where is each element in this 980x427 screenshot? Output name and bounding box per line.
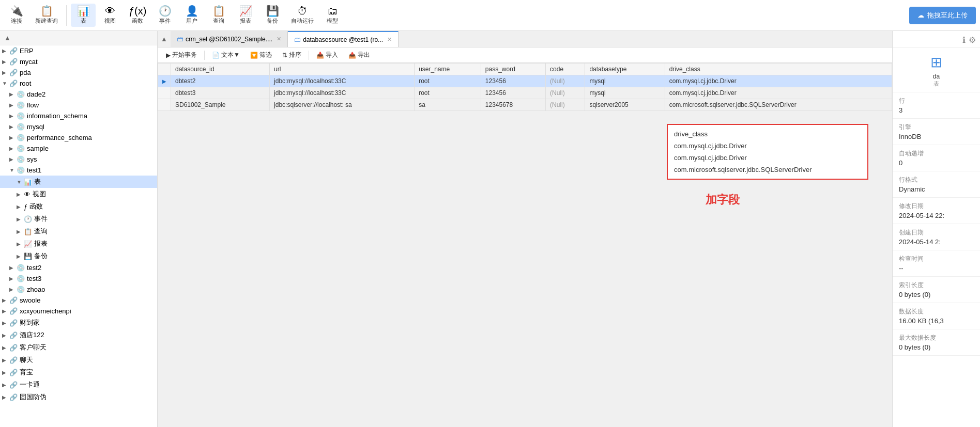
sidebar-item-test3[interactable]: ▶💿test3 [0, 273, 157, 284]
query-button[interactable]: 📋 查询 [206, 4, 231, 27]
sidebar-item-liaotian[interactable]: ▶🔗聊天 [0, 354, 157, 366]
sidebar-item-yubao[interactable]: ▶🔗育宝 [0, 366, 157, 378]
cell-user_name-2[interactable]: sa [415, 99, 481, 111]
sidebar-item-jiudian[interactable]: ▶🔗酒店122 [0, 329, 157, 341]
cell-pass_word-2[interactable]: 12345678 [481, 99, 545, 111]
sidebar-item-zhoao[interactable]: ▶💿zhoao [0, 284, 157, 295]
col-code[interactable]: code [546, 64, 585, 75]
cell-drive_class-0[interactable]: com.mysql.cj.jdbc.Driver [665, 75, 892, 87]
report-button[interactable]: 📈 报表 [233, 4, 258, 27]
new-query-button[interactable]: 📋 新建查询 [31, 4, 62, 27]
sidebar-item-test1[interactable]: ▼💿test1 [0, 165, 157, 176]
import-button[interactable]: 📥 导入 [312, 50, 342, 60]
filter-button[interactable]: 🔽 筛选 [246, 50, 276, 60]
yikatong-label: 一卡通 [20, 380, 40, 389]
sidebar-item-test2[interactable]: ▶💿test2 [0, 262, 157, 273]
cell-user_name-0[interactable]: root [415, 75, 481, 87]
cell-datasource_id-2[interactable]: SD61002_Sample [171, 99, 270, 111]
cell-url-0[interactable]: jdbc:mysql://localhost:33C [270, 75, 415, 87]
cell-databasetype-1[interactable]: mysql [585, 87, 665, 99]
sidebar-item-functions[interactable]: ▶ƒ函数 [0, 200, 157, 213]
sidebar-item-backups[interactable]: ▶💾备份 [0, 250, 157, 262]
tab-1[interactable]: 🗃 crm_sel @SD61002_Sample.... ✕ [171, 31, 288, 48]
sidebar-item-views[interactable]: ▶👁视图 [0, 188, 157, 200]
rows-label: 行 [899, 97, 974, 105]
table-button[interactable]: 📊 表 [71, 4, 96, 27]
col-user-name[interactable]: user_name [415, 64, 481, 75]
cell-datasource_id-1[interactable]: dbtest3 [171, 87, 270, 99]
sidebar-item-sys[interactable]: ▶💿sys [0, 154, 157, 165]
table-row[interactable]: ▶dbtest2jdbc:mysql://localhost:33Croot12… [158, 75, 892, 87]
cell-drive_class-2[interactable]: com.microsoft.sqlserver.jdbc.SQLServerDr… [665, 99, 892, 111]
tab2-close[interactable]: ✕ [387, 36, 392, 43]
connect-button[interactable]: 🔌 连接 [4, 4, 29, 27]
sidebar-item-tables[interactable]: ▼📊表 [0, 176, 157, 188]
cell-drive_class-1[interactable]: com.mysql.cj.jdbc.Driver [665, 87, 892, 99]
cell-code-1[interactable]: (Null) [546, 87, 585, 99]
sidebar-item-guofangyou[interactable]: ▶🔗固国防伪 [0, 391, 157, 403]
tab1-icon: 🗃 [177, 35, 183, 43]
sidebar-item-caijia[interactable]: ▶🔗财到家 [0, 317, 157, 329]
sidebar-item-dade2[interactable]: ▶💿dade2 [0, 89, 157, 100]
information_schema-icon: 💿 [17, 112, 25, 120]
sidebar-item-swoole[interactable]: ▶🔗swoole [0, 295, 157, 306]
text-button[interactable]: 📄 文本▼ [208, 50, 244, 60]
sidebar-item-mycat[interactable]: ▶🔗mycat [0, 56, 157, 67]
col-drive-class[interactable]: drive_class [665, 64, 892, 75]
sidebar-item-erp[interactable]: ▶🔗ERP [0, 45, 157, 56]
sidebar-item-kehu[interactable]: ▶🔗客户聊天 [0, 341, 157, 354]
table-row[interactable]: dbtest3jdbc:mysql://localhost:33Croot123… [158, 87, 892, 99]
sidebar-item-xcxyoumeichenpi[interactable]: ▶🔗xcxyoumeichenpi [0, 306, 157, 317]
backup-button[interactable]: 💾 备份 [260, 4, 285, 27]
tab-arrow-left[interactable]: ▲ [158, 35, 171, 43]
start-event-button[interactable]: ▶ 开始事务 [162, 50, 201, 60]
cell-pass_word-0[interactable]: 123456 [481, 75, 545, 87]
cell-url-1[interactable]: jdbc:mysql://localhost:33C [270, 87, 415, 99]
sidebar-item-performance_schema[interactable]: ▶💿performance_schema [0, 132, 157, 143]
sidebar-item-mysql[interactable]: ▶💿mysql [0, 121, 157, 132]
cell-datasource_id-0[interactable]: dbtest2 [171, 75, 270, 87]
function-button[interactable]: ƒ(x) 函数 [125, 4, 150, 27]
overlay-panel: drive_classcom.mysql.cj.jdbc.Drivercom.m… [667, 124, 868, 180]
right-panel-settings-icon[interactable]: ⚙ [969, 35, 976, 45]
event-button[interactable]: 🕐 事件 [152, 4, 177, 27]
sidebar-item-information_schema[interactable]: ▶💿information_schema [0, 110, 157, 121]
cell-databasetype-2[interactable]: sqlserver2005 [585, 99, 665, 111]
view-button[interactable]: 👁 视图 [98, 4, 122, 27]
cell-code-0[interactable]: (Null) [546, 75, 585, 87]
query-icon: 📋 [212, 6, 225, 16]
cell-user_name-1[interactable]: root [415, 87, 481, 99]
right-created-section: 创建日期 2024-05-14 2: [893, 224, 980, 250]
sidebar-scroll[interactable]: ▶🔗ERP▶🔗mycat▶🔗pda▼🔗root▶💿dade2▶💿flow▶💿in… [0, 45, 157, 427]
cell-databasetype-0[interactable]: mysql [585, 75, 665, 87]
tab1-close[interactable]: ✕ [277, 36, 281, 42]
info-icon[interactable]: ℹ [962, 35, 966, 45]
col-datasource-id[interactable]: datasource_id [171, 64, 270, 75]
sidebar-item-root[interactable]: ▼🔗root [0, 78, 157, 89]
export-icon: 📤 [348, 52, 356, 59]
yubao-label: 育宝 [20, 368, 33, 377]
cell-code-2[interactable]: (Null) [546, 99, 585, 111]
sort-button[interactable]: ⇅ 排序 [278, 50, 305, 60]
sidebar-collapse-icon[interactable]: ▲ [4, 34, 11, 42]
sidebar-item-reports[interactable]: ▶📈报表 [0, 238, 157, 250]
table-scroll[interactable]: datasource_id url user_name pass_word co… [158, 63, 892, 427]
sidebar-item-events[interactable]: ▶🕐事件 [0, 213, 157, 225]
cell-pass_word-1[interactable]: 123456 [481, 87, 545, 99]
table-row[interactable]: SD61002_Samplejdbc:sqlserver://localhost… [158, 99, 892, 111]
auto-run-button[interactable]: ⏱ 自动运行 [287, 4, 318, 27]
sidebar-item-queries[interactable]: ▶📋查询 [0, 225, 157, 238]
user-button[interactable]: 👤 用户 [179, 4, 204, 27]
col-pass-word[interactable]: pass_word [481, 64, 545, 75]
tab-2[interactable]: 🗃 databasesource @test1 (ro... ✕ [288, 31, 399, 48]
export-button[interactable]: 📤 导出 [344, 50, 374, 60]
cell-url-2[interactable]: jdbc:sqlserver://localhost: sa [270, 99, 415, 111]
col-databasetype[interactable]: databasetype [585, 64, 665, 75]
sidebar-item-pda[interactable]: ▶🔗pda [0, 67, 157, 78]
sidebar-item-flow[interactable]: ▶💿flow [0, 100, 157, 110]
sidebar-item-sample[interactable]: ▶💿sample [0, 143, 157, 154]
col-url[interactable]: url [270, 64, 415, 75]
upload-button[interactable]: ☁ 拖拽至此上传 [909, 7, 976, 24]
model-button[interactable]: 🗂 模型 [320, 4, 345, 27]
sidebar-item-yikatong[interactable]: ▶🔗一卡通 [0, 378, 157, 391]
